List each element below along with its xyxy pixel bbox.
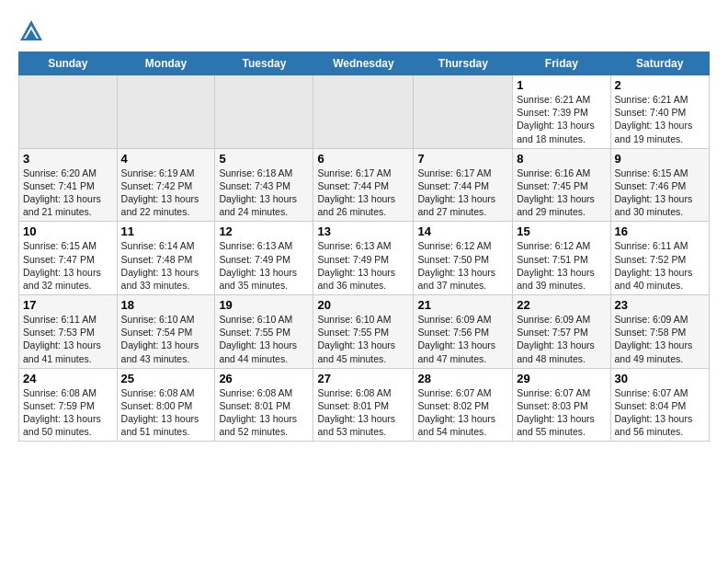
calendar-cell: 30Sunrise: 6:07 AM Sunset: 8:04 PM Dayli…	[610, 368, 709, 442]
day-number: 11	[121, 224, 211, 238]
weekday-header: Friday	[513, 52, 610, 75]
calendar-cell: 9Sunrise: 6:15 AM Sunset: 7:46 PM Daylig…	[610, 148, 709, 222]
calendar-cell: 23Sunrise: 6:09 AM Sunset: 7:58 PM Dayli…	[610, 295, 709, 369]
day-number: 13	[317, 224, 409, 238]
day-number: 12	[219, 224, 309, 238]
day-number: 16	[615, 224, 705, 238]
calendar-cell: 18Sunrise: 6:10 AM Sunset: 7:54 PM Dayli…	[117, 295, 215, 369]
day-info: Sunrise: 6:08 AM Sunset: 8:01 PM Dayligh…	[219, 386, 309, 439]
day-number: 17	[23, 298, 113, 312]
day-info: Sunrise: 6:10 AM Sunset: 7:54 PM Dayligh…	[121, 313, 211, 365]
logo	[18, 18, 48, 44]
day-info: Sunrise: 6:10 AM Sunset: 7:55 PM Dayligh…	[317, 313, 409, 365]
day-number: 1	[517, 78, 606, 92]
calendar-cell: 20Sunrise: 6:10 AM Sunset: 7:55 PM Dayli…	[313, 295, 414, 369]
calendar-cell: 15Sunrise: 6:12 AM Sunset: 7:51 PM Dayli…	[513, 222, 610, 295]
calendar-cell: 12Sunrise: 6:13 AM Sunset: 7:49 PM Dayli…	[215, 222, 313, 295]
calendar-cell: 14Sunrise: 6:12 AM Sunset: 7:50 PM Dayli…	[414, 222, 513, 295]
calendar-cell	[215, 75, 313, 149]
calendar-cell: 19Sunrise: 6:10 AM Sunset: 7:55 PM Dayli…	[215, 295, 313, 369]
day-info: Sunrise: 6:09 AM Sunset: 7:58 PM Dayligh…	[615, 313, 705, 365]
day-number: 2	[615, 78, 705, 92]
day-info: Sunrise: 6:17 AM Sunset: 7:44 PM Dayligh…	[317, 167, 409, 219]
day-info: Sunrise: 6:16 AM Sunset: 7:45 PM Dayligh…	[517, 167, 606, 219]
day-info: Sunrise: 6:08 AM Sunset: 7:59 PM Dayligh…	[23, 386, 113, 439]
day-number: 25	[121, 372, 211, 385]
calendar-cell: 24Sunrise: 6:08 AM Sunset: 7:59 PM Dayli…	[19, 368, 118, 442]
calendar-cell: 28Sunrise: 6:07 AM Sunset: 8:02 PM Dayli…	[414, 368, 513, 442]
day-number: 26	[219, 372, 309, 385]
day-info: Sunrise: 6:15 AM Sunset: 7:47 PM Dayligh…	[23, 239, 113, 292]
weekday-header: Monday	[117, 52, 215, 75]
calendar-cell: 7Sunrise: 6:17 AM Sunset: 7:44 PM Daylig…	[414, 148, 513, 222]
weekday-header: Thursday	[414, 52, 513, 75]
header-row	[18, 15, 710, 44]
calendar-week-row: 3Sunrise: 6:20 AM Sunset: 7:41 PM Daylig…	[19, 148, 710, 222]
day-info: Sunrise: 6:20 AM Sunset: 7:41 PM Dayligh…	[23, 167, 113, 219]
day-info: Sunrise: 6:18 AM Sunset: 7:43 PM Dayligh…	[219, 167, 309, 219]
weekday-header: Wednesday	[313, 52, 414, 75]
day-info: Sunrise: 6:08 AM Sunset: 8:00 PM Dayligh…	[121, 386, 211, 439]
day-number: 24	[23, 372, 113, 385]
calendar-cell: 17Sunrise: 6:11 AM Sunset: 7:53 PM Dayli…	[19, 295, 118, 369]
calendar-table: SundayMondayTuesdayWednesdayThursdayFrid…	[18, 52, 710, 442]
day-info: Sunrise: 6:13 AM Sunset: 7:49 PM Dayligh…	[219, 239, 309, 292]
day-info: Sunrise: 6:12 AM Sunset: 7:51 PM Dayligh…	[517, 239, 606, 292]
day-info: Sunrise: 6:11 AM Sunset: 7:53 PM Dayligh…	[23, 313, 113, 365]
calendar-week-row: 1Sunrise: 6:21 AM Sunset: 7:39 PM Daylig…	[19, 75, 710, 149]
day-info: Sunrise: 6:09 AM Sunset: 7:57 PM Dayligh…	[517, 313, 606, 365]
weekday-header-row: SundayMondayTuesdayWednesdayThursdayFrid…	[19, 52, 710, 75]
calendar-cell: 4Sunrise: 6:19 AM Sunset: 7:42 PM Daylig…	[117, 148, 215, 222]
day-number: 7	[417, 152, 508, 166]
day-number: 27	[317, 372, 409, 385]
day-info: Sunrise: 6:10 AM Sunset: 7:55 PM Dayligh…	[219, 313, 309, 365]
calendar-cell	[117, 75, 215, 149]
page: SundayMondayTuesdayWednesdayThursdayFrid…	[0, 0, 728, 456]
day-number: 14	[417, 224, 508, 238]
day-info: Sunrise: 6:14 AM Sunset: 7:48 PM Dayligh…	[121, 239, 211, 292]
calendar-cell: 6Sunrise: 6:17 AM Sunset: 7:44 PM Daylig…	[313, 148, 414, 222]
day-info: Sunrise: 6:07 AM Sunset: 8:02 PM Dayligh…	[417, 386, 508, 439]
calendar-cell	[313, 75, 414, 149]
day-number: 21	[417, 298, 508, 312]
day-number: 19	[219, 298, 309, 312]
weekday-header: Tuesday	[215, 52, 313, 75]
day-info: Sunrise: 6:21 AM Sunset: 7:39 PM Dayligh…	[517, 93, 606, 145]
calendar-cell: 22Sunrise: 6:09 AM Sunset: 7:57 PM Dayli…	[513, 295, 610, 369]
day-number: 30	[615, 372, 705, 385]
calendar-week-row: 10Sunrise: 6:15 AM Sunset: 7:47 PM Dayli…	[19, 222, 710, 295]
calendar-cell: 1Sunrise: 6:21 AM Sunset: 7:39 PM Daylig…	[513, 75, 610, 149]
day-info: Sunrise: 6:12 AM Sunset: 7:50 PM Dayligh…	[417, 239, 508, 292]
day-number: 20	[317, 298, 409, 312]
day-number: 3	[23, 152, 113, 166]
calendar-cell: 16Sunrise: 6:11 AM Sunset: 7:52 PM Dayli…	[610, 222, 709, 295]
day-info: Sunrise: 6:07 AM Sunset: 8:03 PM Dayligh…	[517, 386, 606, 439]
day-info: Sunrise: 6:08 AM Sunset: 8:01 PM Dayligh…	[317, 386, 409, 439]
weekday-header: Saturday	[610, 52, 709, 75]
calendar-cell: 26Sunrise: 6:08 AM Sunset: 8:01 PM Dayli…	[215, 368, 313, 442]
calendar-cell: 5Sunrise: 6:18 AM Sunset: 7:43 PM Daylig…	[215, 148, 313, 222]
day-number: 8	[517, 152, 606, 166]
calendar-cell: 21Sunrise: 6:09 AM Sunset: 7:56 PM Dayli…	[414, 295, 513, 369]
calendar-cell: 29Sunrise: 6:07 AM Sunset: 8:03 PM Dayli…	[513, 368, 610, 442]
day-number: 6	[317, 152, 409, 166]
day-info: Sunrise: 6:11 AM Sunset: 7:52 PM Dayligh…	[615, 239, 705, 292]
calendar-cell: 10Sunrise: 6:15 AM Sunset: 7:47 PM Dayli…	[19, 222, 118, 295]
calendar-cell: 25Sunrise: 6:08 AM Sunset: 8:00 PM Dayli…	[117, 368, 215, 442]
day-number: 29	[517, 372, 606, 385]
calendar-cell: 2Sunrise: 6:21 AM Sunset: 7:40 PM Daylig…	[610, 75, 709, 149]
day-info: Sunrise: 6:15 AM Sunset: 7:46 PM Dayligh…	[615, 167, 705, 219]
calendar-week-row: 24Sunrise: 6:08 AM Sunset: 7:59 PM Dayli…	[19, 368, 710, 442]
day-number: 23	[615, 298, 705, 312]
calendar-cell: 13Sunrise: 6:13 AM Sunset: 7:49 PM Dayli…	[313, 222, 414, 295]
calendar-cell: 3Sunrise: 6:20 AM Sunset: 7:41 PM Daylig…	[19, 148, 118, 222]
calendar-cell	[414, 75, 513, 149]
day-info: Sunrise: 6:07 AM Sunset: 8:04 PM Dayligh…	[615, 386, 705, 439]
day-number: 18	[121, 298, 211, 312]
calendar-cell: 8Sunrise: 6:16 AM Sunset: 7:45 PM Daylig…	[513, 148, 610, 222]
calendar-cell	[19, 75, 118, 149]
day-info: Sunrise: 6:21 AM Sunset: 7:40 PM Dayligh…	[615, 93, 705, 145]
day-info: Sunrise: 6:13 AM Sunset: 7:49 PM Dayligh…	[317, 239, 409, 292]
day-number: 4	[121, 152, 211, 166]
day-number: 10	[23, 224, 113, 238]
